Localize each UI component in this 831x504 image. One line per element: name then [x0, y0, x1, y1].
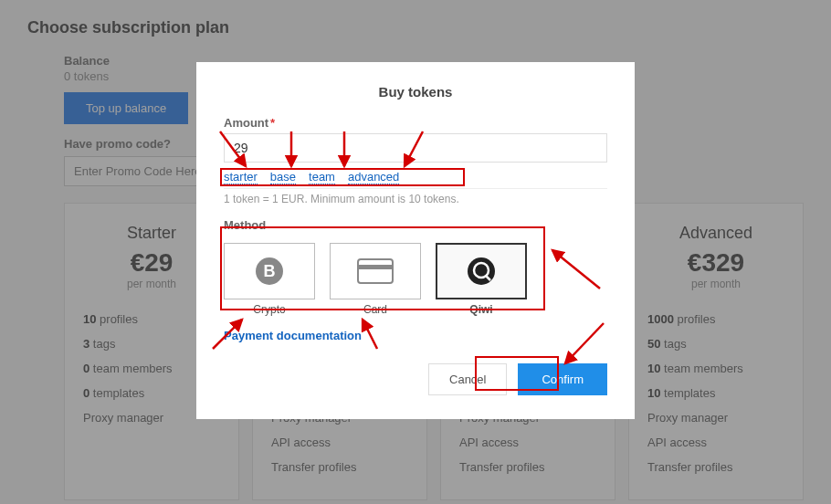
- method-crypto[interactable]: BCrypto: [224, 243, 315, 316]
- svg-text:B: B: [264, 262, 276, 280]
- method-qiwi[interactable]: Qiwi: [436, 243, 527, 316]
- svg-point-4: [468, 257, 495, 285]
- amount-label: Amount*: [224, 116, 607, 130]
- amount-presets: starterbaseteamadvanced: [224, 168, 607, 184]
- cancel-button[interactable]: Cancel: [428, 363, 507, 395]
- methods-row: BCryptoCardQiwi: [224, 243, 607, 316]
- method-card[interactable]: Card: [330, 243, 421, 316]
- payment-documentation-link[interactable]: Payment documentation: [224, 329, 362, 342]
- confirm-button[interactable]: Confirm: [518, 363, 607, 395]
- svg-rect-2: [358, 259, 393, 283]
- method-label: Crypto: [224, 303, 315, 316]
- method-label: Qiwi: [436, 303, 527, 316]
- svg-line-11: [363, 320, 377, 349]
- preset-base[interactable]: base: [270, 170, 296, 184]
- crypto-icon: B: [224, 243, 315, 299]
- amount-hint: 1 token = 1 EUR. Minimum amount is 10 to…: [224, 188, 607, 205]
- method-label: Method: [224, 218, 607, 232]
- preset-starter[interactable]: starter: [224, 170, 258, 184]
- svg-line-13: [565, 323, 604, 363]
- modal-overlay: Buy tokens Amount* starterbaseteamadvanc…: [0, 0, 831, 504]
- preset-advanced[interactable]: advanced: [348, 170, 399, 184]
- qiwi-icon: [436, 243, 527, 299]
- amount-input[interactable]: [224, 133, 607, 163]
- preset-team[interactable]: team: [309, 170, 335, 184]
- method-label: Card: [330, 303, 421, 316]
- buy-tokens-modal: Buy tokens Amount* starterbaseteamadvanc…: [196, 62, 635, 419]
- modal-title: Buy tokens: [224, 84, 607, 100]
- svg-rect-3: [358, 265, 393, 269]
- card-icon: [330, 243, 421, 299]
